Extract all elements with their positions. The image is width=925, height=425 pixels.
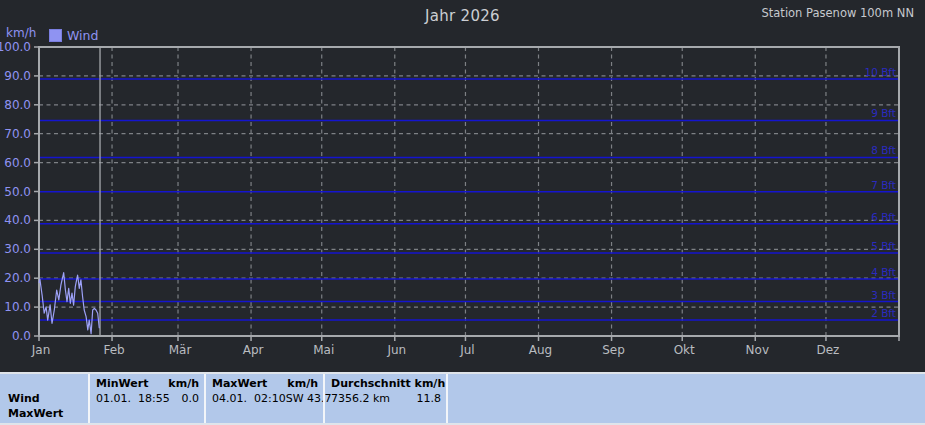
beaufort-label: 6 Bft	[871, 211, 896, 223]
minwert-header-unit: km/h	[168, 376, 199, 391]
minwert-timestamp: 01.01. 18:55	[96, 391, 170, 406]
y-tick-label: 100.0	[0, 40, 31, 54]
beaufort-label: 10 Bft	[864, 66, 896, 78]
maxwert-header-unit: km/h	[287, 376, 318, 391]
empty-line	[331, 406, 441, 421]
y-tick-label: 80.0	[4, 98, 31, 112]
y-tick-label: 60.0	[4, 156, 31, 170]
month-label: Feb	[103, 343, 124, 357]
beaufort-label: 5 Bft	[871, 240, 896, 252]
minwert-header: MinWert km/h	[96, 376, 199, 391]
month-label: Sep	[602, 343, 625, 357]
y-tick-label: 70.0	[4, 127, 31, 141]
column-divider	[88, 374, 90, 423]
empty-line	[96, 406, 199, 421]
column-divider	[323, 374, 325, 423]
beaufort-label: 4 Bft	[871, 266, 896, 278]
y-tick-label: 30.0	[4, 242, 31, 256]
beaufort-label: 2 Bft	[871, 307, 896, 319]
empty-line	[8, 376, 86, 391]
month-label: Jun	[386, 343, 406, 357]
durchschnitt-column: Durchschnitt km/h 7356.2 km 11.8	[331, 374, 441, 423]
minwert-value: 0.0	[182, 391, 200, 406]
column-divider	[446, 374, 448, 423]
beaufort-label: 8 Bft	[871, 144, 896, 156]
column-divider	[204, 374, 206, 423]
month-label: Nov	[746, 343, 769, 357]
empty-line	[212, 406, 318, 421]
wind-series-line	[39, 273, 99, 334]
series-label: Wind	[8, 391, 86, 406]
y-tick-label: 0.0	[12, 329, 31, 343]
summary-table: Wind MaxWert MinWert km/h 01.01. 18:55 0…	[0, 372, 925, 425]
month-label: Aug	[529, 343, 552, 357]
month-label: Mär	[169, 343, 192, 357]
beaufort-label: 7 Bft	[871, 179, 896, 191]
month-label: Jan	[31, 343, 51, 357]
maxwert-timestamp: 04.01. 02:10	[212, 391, 286, 406]
durchschnitt-header-label: Durchschnitt km/h	[331, 376, 445, 391]
month-label: Okt	[674, 343, 695, 357]
minwert-column: MinWert km/h 01.01. 18:55 0.0	[96, 374, 199, 423]
durchschnitt-value: 11.8	[417, 391, 442, 406]
weather-year-chart-window: Jahr 2026 Station Pasenow 100m NN km/h W…	[0, 0, 925, 425]
maxwert-value-row: 04.01. 02:10 SW 43.7	[212, 391, 318, 406]
y-tick-label: 40.0	[4, 213, 31, 227]
table-series-label-cell: Wind MaxWert	[8, 374, 86, 423]
month-label: Mai	[313, 343, 334, 357]
beaufort-label: 3 Bft	[871, 289, 896, 301]
durchschnitt-value-row: 7356.2 km 11.8	[331, 391, 441, 406]
series-sub-label: MaxWert	[8, 406, 86, 421]
minwert-value-row: 01.01. 18:55 0.0	[96, 391, 199, 406]
maxwert-column: MaxWert km/h 04.01. 02:10 SW 43.7	[212, 374, 318, 423]
month-label: Dez	[816, 343, 839, 357]
wind-chart: 0.010.020.030.040.050.060.070.080.090.01…	[0, 0, 925, 372]
maxwert-header: MaxWert km/h	[212, 376, 318, 391]
y-tick-label: 50.0	[4, 185, 31, 199]
y-tick-label: 10.0	[4, 300, 31, 314]
minwert-header-label: MinWert	[96, 376, 148, 391]
beaufort-label: 9 Bft	[871, 107, 896, 119]
month-label: Apr	[243, 343, 264, 357]
y-tick-label: 20.0	[4, 271, 31, 285]
maxwert-header-label: MaxWert	[212, 376, 267, 391]
month-label: Jul	[459, 343, 474, 357]
durchschnitt-distance: 7356.2 km	[331, 391, 390, 406]
y-tick-label: 90.0	[4, 69, 31, 83]
durchschnitt-header: Durchschnitt km/h	[331, 376, 441, 391]
